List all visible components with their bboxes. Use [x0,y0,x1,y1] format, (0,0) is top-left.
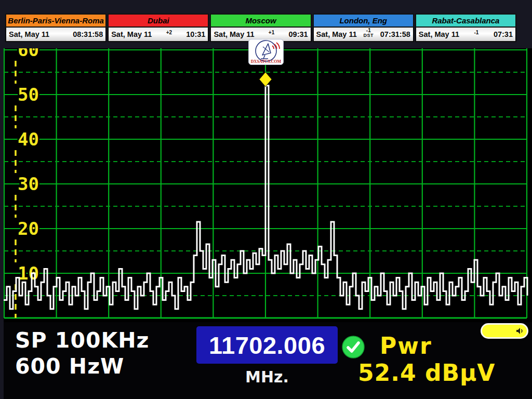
clock-date: Sat, May 11 [419,30,459,38]
clock-utc-offset-value: +2 [166,30,172,35]
power-label: Pwr [380,332,432,359]
spectrum-analyzer-screen: Berlin-Paris-Vienna-Roma Sat, May 11 08:… [0,0,532,399]
clock-time: 10:31 [186,30,205,38]
clock-column: Berlin-Paris-Vienna-Roma Sat, May 11 08:… [5,14,107,44]
frequency-unit-label: MHz. [196,368,338,386]
y-axis-tick-label: 40 [18,129,39,150]
clock-column: Rabat-Casablanca Sat, May 11 -1 07:31 [415,14,516,44]
clock-city-label: Moscow [210,14,311,28]
clock-city-label: London, Eng [313,14,414,28]
clock-time-row: Sat, May 11 -1 07:31 [415,28,516,42]
clock-date: Sat, May 11 [111,30,152,38]
frequency-display[interactable]: 11702.006 [196,326,338,364]
clock-utc-offset-value: -1 [474,30,479,35]
clock-city-label: Berlin-Paris-Vienna-Roma [5,14,107,28]
span-bandwidth-block: SP 100KHz 600 HzW [15,327,149,379]
clock-date: Sat, May 11 [316,30,357,38]
y-axis-tick-label: 30 [18,174,39,194]
clock-time-row: Sat, May 11 -1 DST 07:31:58 [313,28,414,42]
clock-utc-offset: +2 [166,30,172,35]
clock-date: Sat, May 11 [214,30,254,38]
clock-city-label: Rabat-Casablanca [415,14,516,28]
lock-check-icon [342,336,365,358]
span-label: SP 100KHz [15,327,149,353]
clock-utc-offset: +1 [269,30,274,35]
frequency-value: 11702.006 [209,331,325,360]
clock-column: Dubai Sat, May 11 +2 10:31 [108,14,209,44]
spectrum-plot: 605040302010 [0,48,532,322]
clock-utc-offset: -1 DST [364,28,374,38]
clock-utc-offset: -1 [474,30,479,35]
dxsatcs-logo: DXSATCS.COM [248,39,284,65]
satellite-dish-icon: DXSATCS.COM [249,39,283,64]
audio-toggle-switch[interactable] [481,323,528,339]
bandwidth-label: 600 HzW [15,353,149,379]
readout-panel: SP 100KHz 600 HzW 11702.006 MHz. Pwr 52.… [4,322,532,399]
clock-time: 07:31:58 [380,30,410,38]
clock-time-row: Sat, May 11 08:31:58 [5,28,107,42]
clock-time: 07:31 [494,30,513,38]
logo-text: DXSATCS.COM [251,59,282,64]
clock-time-row: Sat, May 11 +2 10:31 [108,28,209,42]
clock-column: London, Eng Sat, May 11 -1 DST 07:31:58 [313,14,414,44]
y-axis-tick-label: 10 [18,263,39,284]
spectrum-plot-canvas: 605040302010 [0,48,532,322]
y-axis-tick-label: 60 [18,48,39,60]
clock-city-label: Dubai [108,14,209,28]
clock-time: 09:31 [289,30,308,38]
y-axis-tick-label: 20 [18,218,39,239]
speaker-icon [515,327,524,335]
clock-utc-offset-value: +1 [269,30,274,35]
clock-utc-offset-label: DST [364,33,374,38]
clock-date: Sat, May 11 [9,30,49,38]
y-axis-tick-label: 50 [18,84,39,105]
power-value: 52.4 dBµV [358,360,495,386]
clock-time: 08:31:58 [73,30,103,38]
